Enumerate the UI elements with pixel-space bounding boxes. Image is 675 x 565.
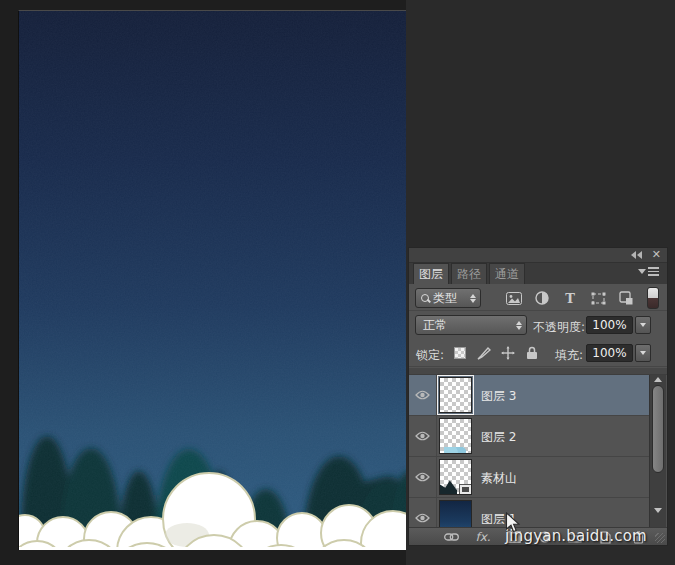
filter-pixel-layers-button[interactable]: [505, 289, 523, 307]
search-icon: [421, 294, 430, 303]
watermark-text: jingyan.baidu.com: [505, 527, 647, 545]
layer-row-mountain[interactable]: 素材山: [409, 457, 649, 498]
layer-thumbnail[interactable]: [439, 377, 472, 413]
scroll-down-icon[interactable]: [654, 508, 662, 513]
layer-row-1[interactable]: 图层 1: [409, 498, 649, 527]
photoshop-workspace: ✕ 图层 路径 通道 类型: [0, 0, 675, 565]
filter-on-off-toggle[interactable]: [647, 287, 659, 309]
layer-name[interactable]: 图层 3: [481, 388, 516, 405]
dropdown-arrows-icon: [516, 321, 522, 330]
fill-label: 填充:: [555, 347, 583, 364]
fill-value-field[interactable]: 100%: [586, 344, 633, 362]
collapse-to-icons-icon[interactable]: [631, 251, 642, 259]
layer-row-3[interactable]: 图层 3: [409, 375, 649, 416]
thumbnail-cloud-content: [444, 447, 466, 453]
close-icon[interactable]: ✕: [652, 250, 661, 260]
lock-pixels-brush-button[interactable]: [475, 344, 493, 362]
mouse-cursor-icon: [505, 512, 521, 533]
tab-layers[interactable]: 图层: [413, 263, 449, 284]
layer-style-button[interactable]: fx.: [473, 529, 493, 545]
eye-icon: [415, 472, 430, 482]
lock-all-button[interactable]: [523, 344, 541, 362]
noise-texture: [19, 11, 406, 550]
visibility-toggle[interactable]: [409, 457, 437, 497]
tab-paths[interactable]: 路径: [451, 263, 487, 284]
layer-name[interactable]: 图层 2: [481, 429, 516, 446]
visibility-toggle[interactable]: [409, 416, 437, 456]
layer-thumbnail[interactable]: [439, 418, 472, 454]
list-divider: [409, 368, 667, 375]
panel-body: 类型 T: [409, 284, 667, 545]
night-sky-scene: [19, 11, 406, 550]
filter-row: 类型 T: [409, 285, 667, 311]
filter-type-layers-button[interactable]: T: [561, 289, 579, 307]
layers-panel: ✕ 图层 路径 通道 类型: [408, 247, 668, 546]
filter-shape-layers-button[interactable]: [589, 289, 607, 307]
layer-thumbnail[interactable]: [439, 500, 472, 527]
scroll-up-icon[interactable]: [654, 377, 662, 382]
blend-mode-dropdown[interactable]: 正常: [415, 315, 527, 335]
opacity-value-field[interactable]: 100%: [586, 316, 633, 334]
lock-label: 锁定:: [416, 347, 444, 364]
fill-dropdown-arrow[interactable]: [635, 344, 651, 362]
document-canvas[interactable]: [18, 10, 406, 550]
layer-row-2[interactable]: 图层 2: [409, 416, 649, 457]
lock-position-move-button[interactable]: [499, 344, 517, 362]
filter-kind-dropdown[interactable]: 类型: [415, 288, 481, 308]
blend-row: 正常 不透明度: 100%: [409, 311, 667, 339]
smart-object-badge-icon: [459, 484, 472, 495]
filter-kind-label: 类型: [433, 290, 457, 307]
layer-thumbnail[interactable]: [439, 459, 472, 495]
lock-row: 锁定: 填充: 100%: [409, 339, 667, 367]
link-layers-button[interactable]: [441, 529, 461, 545]
eye-icon: [415, 513, 430, 523]
filter-smart-objects-button[interactable]: [617, 289, 635, 307]
opacity-dropdown-arrow[interactable]: [635, 316, 651, 334]
lock-transparency-button[interactable]: [451, 344, 469, 362]
scrollbar-thumb[interactable]: [652, 385, 664, 473]
thumbnail-mountain-content: [439, 479, 457, 495]
dropdown-arrows-icon: [470, 294, 476, 303]
visibility-toggle[interactable]: [409, 498, 437, 527]
eye-icon: [415, 390, 430, 400]
tab-channels[interactable]: 通道: [489, 263, 525, 284]
layers-scrollbar[interactable]: [649, 375, 666, 527]
layers-list: 图层 3 图层 2 素材山: [409, 375, 667, 527]
filter-adjustment-layers-button[interactable]: [533, 289, 551, 307]
eye-icon: [415, 431, 430, 441]
layer-name[interactable]: 素材山: [481, 470, 517, 487]
opacity-label: 不透明度:: [533, 319, 585, 336]
panel-resize-grip[interactable]: [655, 533, 665, 543]
blend-mode-value: 正常: [423, 317, 447, 334]
panel-tab-strip: 图层 路径 通道: [409, 263, 667, 284]
panel-title-bar[interactable]: ✕: [409, 248, 667, 263]
panel-menu-icon[interactable]: [638, 267, 659, 276]
visibility-toggle[interactable]: [409, 375, 437, 415]
